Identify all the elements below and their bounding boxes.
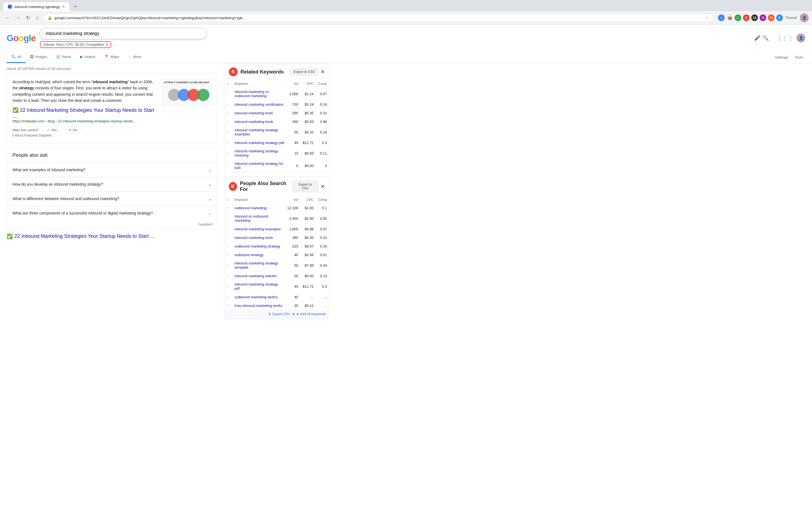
reload-button[interactable]: ↻ <box>24 13 32 22</box>
ask-item-3[interactable]: What is difference between inbound and o… <box>7 191 217 206</box>
snippet-title-link[interactable]: ✅ 22 Inbound Marketing Strategies Your S… <box>12 107 154 119</box>
keyword-link-ps-5[interactable]: outbound strategy <box>235 253 263 257</box>
extension-icon-4[interactable]: K <box>743 15 750 21</box>
nav-item-news[interactable]: 📰 News <box>52 51 76 63</box>
extension-icon-1[interactable]: e <box>718 15 725 21</box>
star-button-ps-10[interactable]: ☆ <box>227 303 230 308</box>
star-button-ps-7[interactable]: ☆ <box>227 274 230 278</box>
people-also-search-actions: Export to CSV ✕ <box>292 181 325 192</box>
ask-item-1[interactable]: What are examples of inbound marketing? … <box>7 163 217 177</box>
new-tab-button[interactable]: + <box>71 3 79 11</box>
keyword-link-rk-1[interactable]: inbound marketing certification <box>235 102 283 107</box>
keyword-link-ps-2[interactable]: inbound marketing examples <box>235 227 281 231</box>
keyword-link-rk-6[interactable]: inbound marketing strategy meaning <box>235 149 278 157</box>
search-box-container: 🎤 🔍 Volume: 0/mo | CPC: $0.00 | Competit… <box>40 28 772 48</box>
keyword-link-ps-10[interactable]: how inbound marketing works <box>235 303 282 308</box>
apps-icon[interactable]: ⋮⋮⋮ <box>777 35 793 42</box>
star-volume-icon[interactable]: ☆ <box>113 42 117 47</box>
related-keywords-close-button[interactable]: ✕ <box>321 69 325 75</box>
profile-avatar[interactable]: 👤 <box>796 33 805 43</box>
keyword-link-rk-7[interactable]: inbound marketing strategy for b2b <box>235 162 283 170</box>
keyword-link-rk-4[interactable]: inbound marketing strategy examples <box>235 128 278 136</box>
header-right: ⋮⋮⋮ 👤 <box>777 33 805 43</box>
ask-item-2[interactable]: How do you develop an inbound marketing … <box>7 177 217 191</box>
vol-cell-ps-4: 210 <box>285 242 300 250</box>
star-bookmark-icon[interactable]: ☆ <box>705 16 709 20</box>
nav-item-videos[interactable]: ▶ Videos <box>76 51 100 63</box>
extension-icon-7[interactable]: N <box>768 15 775 21</box>
star-button-ps-8[interactable]: ☆ <box>227 284 230 289</box>
export-csv-button[interactable]: ⬇ Export CSV <box>268 312 290 316</box>
star-button-ps-6[interactable]: ☆ <box>227 263 230 268</box>
extension-icon-8[interactable]: K <box>776 15 783 21</box>
keyword-link-ps-9[interactable]: outbound marketing tactics <box>235 295 278 299</box>
panel-bottom-bar: ⬇ Export CSV ★ ★ Add All Keywords <box>224 310 329 318</box>
star-button-rk-1[interactable]: ☆ <box>227 102 230 107</box>
cpc-cell-rk-3: $0.83 <box>300 117 316 126</box>
nav-item-maps[interactable]: 📍 Maps <box>100 51 124 63</box>
settings-link[interactable]: Settings <box>773 52 790 63</box>
snippet-url: https://neilpatel.com › blog › 22-inboun… <box>12 119 157 123</box>
star-button-rk-3[interactable]: ☆ <box>227 119 230 124</box>
microphone-icon[interactable]: 🎤 <box>754 35 760 41</box>
related-export-button[interactable]: Export to CSV <box>290 68 318 76</box>
address-bar[interactable]: 🔒 google.com/search?ei=ASCLXdnEG4rawQKgm… <box>43 13 714 22</box>
no-button[interactable]: ✕ No <box>65 127 81 133</box>
star-button-rk-0[interactable]: ☆ <box>227 91 230 96</box>
nav-item-all[interactable]: 🔍 All <box>7 51 26 63</box>
star-button-ps-5[interactable]: ☆ <box>227 252 230 257</box>
keyword-link-ps-0[interactable]: outbound marketing <box>235 206 266 210</box>
snippet-bold-1: inbound marketing <box>93 80 127 84</box>
star-button-ps-2[interactable]: ☆ <box>227 227 230 231</box>
nav-item-images[interactable]: 🖼 Images <box>26 51 52 63</box>
vol-cell-rk-0: 1,000 <box>287 88 300 100</box>
star-button-ps-1[interactable]: ☆ <box>227 216 230 221</box>
home-button[interactable]: ⌂ <box>34 14 40 22</box>
yes-button[interactable]: ✓ Yes <box>43 127 60 133</box>
forward-button[interactable]: → <box>14 14 22 22</box>
star-button-rk-7[interactable]: ☆ <box>227 163 230 168</box>
keyword-link-rk-2[interactable]: inbound marketing tools <box>235 111 273 115</box>
vol-cell-ps-10: 20 <box>285 301 300 310</box>
search-submit-icon[interactable]: 🔍 <box>763 35 769 41</box>
search-nav-icon: 🔍 <box>11 55 16 59</box>
cpc-cell-rk-5: $11.72 <box>300 138 316 147</box>
keyword-link-ps-7[interactable]: inbound marketing articles <box>235 274 277 278</box>
tab-close-button[interactable]: ✕ <box>62 5 65 8</box>
user-avatar[interactable]: 👤 <box>800 13 809 22</box>
extension-icon-3[interactable]: ✓ <box>735 15 741 21</box>
star-button-ps-4[interactable]: ☆ <box>227 244 230 248</box>
add-all-keywords-button[interactable]: ★ ★ Add All Keywords <box>292 312 326 316</box>
star-button-ps-0[interactable]: ☆ <box>227 206 230 210</box>
search-input[interactable] <box>40 28 206 39</box>
star-button-rk-6[interactable]: ☆ <box>227 151 230 155</box>
extension-icon-6[interactable]: H <box>760 15 766 21</box>
star-button-rk-4[interactable]: ☆ <box>227 130 230 134</box>
keyword-link-rk-5[interactable]: inbound marketing strategy pdf <box>235 141 284 145</box>
keyword-link-ps-3[interactable]: inbound marketing tools <box>235 236 273 240</box>
star-button-ps-3[interactable]: ☆ <box>227 235 230 240</box>
ask-item-4[interactable]: What are three components of a successfu… <box>7 206 217 220</box>
back-button[interactable]: ← <box>3 14 12 22</box>
keyword-link-rk-0[interactable]: inbound marketing vs outbound marketing <box>235 90 269 98</box>
about-snippets-link[interactable]: ℹ About Featured Snippets <box>12 133 157 137</box>
extension-icon-5[interactable]: M <box>751 15 758 21</box>
star-button-rk-5[interactable]: ☆ <box>227 140 230 145</box>
table-row: ☆ outbound marketing tactics 40 ... ... <box>224 293 329 301</box>
people-also-search-close-button[interactable]: ✕ <box>321 183 325 190</box>
star-button-rk-2[interactable]: ☆ <box>227 111 230 115</box>
keyword-link-ps-6[interactable]: inbound marketing strategy template <box>235 261 278 269</box>
nav-item-more[interactable]: ⋮ More <box>124 51 146 63</box>
keyword-link-ps-1[interactable]: inbound vs outbound marketing <box>235 214 268 222</box>
tools-link[interactable]: Tools <box>792 52 805 63</box>
keyword-link-rk-3[interactable]: inbound marketing book <box>235 119 273 124</box>
extension-icon-2[interactable]: 📦 <box>726 15 733 21</box>
second-result-title-link[interactable]: ✅ 22 Inbound Marketing Strategies Your S… <box>7 233 218 240</box>
people-export-button[interactable]: Export to CSV <box>292 181 318 192</box>
keyword-link-ps-8[interactable]: inbound marketing strategy pdf <box>235 282 278 291</box>
vol-cell-rk-6: 10 <box>287 147 300 160</box>
ask-question-4: What are three components of a successfu… <box>12 211 153 215</box>
keyword-link-ps-4[interactable]: outbound marketing strategy <box>235 244 280 248</box>
active-tab[interactable]: G inbound marketing sgtrategy ✕ <box>3 2 69 11</box>
star-button-ps-9[interactable]: ☆ <box>227 295 230 299</box>
